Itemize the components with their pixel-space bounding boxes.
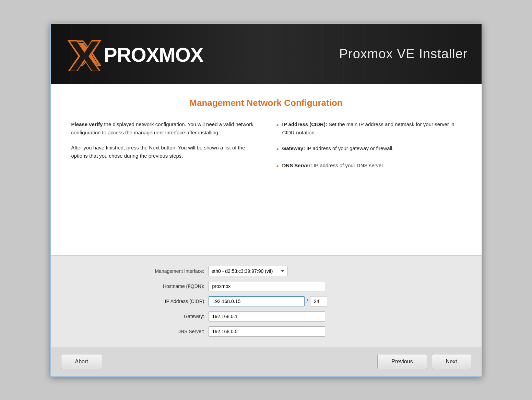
bullet-rest-3: IP address of your DNS server. [312,162,385,168]
svg-marker-2 [78,43,97,64]
bullet-bold-1: IP address (CIDR): [282,121,327,127]
left-description: Please verify the displayed network conf… [71,120,256,179]
ip-address-input[interactable] [209,296,305,306]
description-paragraph-2: After you have finished, press the Next … [71,144,256,160]
svg-marker-0 [74,40,102,66]
right-buttons: Previous Next [377,354,471,369]
header-banner: PROXMOX Proxmox VE Installer [51,24,482,84]
next-button[interactable]: Next [432,354,471,369]
description-paragraph-1: Please verify the displayed network conf… [71,120,256,137]
proxmox-logo: PROXMOX [64,37,209,71]
dns-server-row: DNS Server: [129,326,403,337]
description-area: Please verify the displayed network conf… [71,120,461,179]
header-title: Proxmox VE Installer [339,47,468,61]
bullet-list: • IP address (CIDR): Set the main IP add… [276,120,461,171]
main-content: Management Network Configuration Please … [51,84,482,255]
dns-input[interactable] [209,326,325,337]
section-title: Management Network Configuration [71,98,461,108]
bullet-bold-2: Gateway: [282,145,305,151]
installer-window: PROXMOX Proxmox VE Installer Management … [50,23,482,377]
svg-marker-4 [67,40,102,71]
svg-text:PROXMOX: PROXMOX [104,44,204,66]
gateway-input[interactable] [209,311,325,322]
bullet-rest-2: IP address of your gateway or firewall. [305,145,393,151]
bullet-icon: • [276,144,279,154]
management-interface-row: Management Interface: eth0 - d2:53:c3:39… [129,266,403,276]
svg-marker-1 [78,42,98,64]
bullet-text-2: Gateway: IP address of your gateway or f… [282,144,394,153]
bullet-icon: • [276,161,279,171]
cidr-slash: / [307,298,308,304]
svg-marker-5 [70,41,99,71]
hostname-label: Hostname (FQDN): [129,283,204,289]
hostname-input[interactable] [209,281,325,291]
form-section: Management Interface: eth0 - d2:53:c3:39… [51,255,482,347]
hostname-row: Hostname (FQDN): [129,281,403,291]
bullet-bold-3: DNS Server: [282,162,312,168]
management-interface-label: Management Interface: [129,268,204,274]
gateway-row: Gateway: [129,311,403,322]
dns-label: DNS Server: [129,329,204,334]
bullet-icon: • [276,120,279,130]
gateway-label: Gateway: [129,314,204,319]
logo-area: PROXMOX [64,37,209,71]
bottom-bar: Abort Previous Next [51,347,482,376]
right-description: • IP address (CIDR): Set the main IP add… [276,120,461,179]
list-item: • Gateway: IP address of your gateway or… [276,144,461,154]
cidr-group: / [209,296,327,306]
management-interface-select[interactable]: eth0 - d2:53:c3:39:97:90 (vif) [209,266,287,276]
bullet-text-3: DNS Server: IP address of your DNS serve… [282,161,385,170]
description-bold: Please verify [71,121,103,127]
bullet-text-1: IP address (CIDR): Set the main IP addre… [282,120,461,137]
list-item: • DNS Server: IP address of your DNS ser… [276,161,461,171]
ip-address-row: IP Address (CIDR) / [129,296,403,306]
ip-address-label: IP Address (CIDR) [129,299,204,304]
cidr-prefix-input[interactable] [310,296,327,306]
abort-button[interactable]: Abort [61,354,102,369]
form-grid: Management Interface: eth0 - d2:53:c3:39… [129,266,403,337]
list-item: • IP address (CIDR): Set the main IP add… [276,120,461,137]
previous-button[interactable]: Previous [377,354,427,369]
